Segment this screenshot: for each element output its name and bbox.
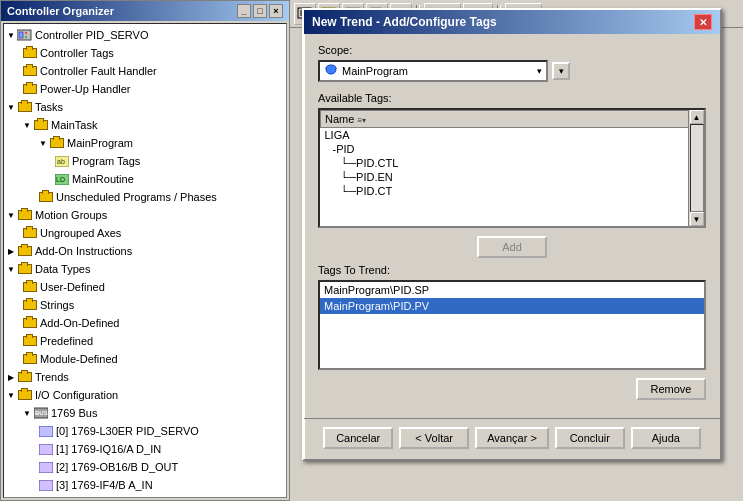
tree-controller[interactable]: ▼ Controller PID_SERVO (6, 26, 284, 44)
tree-tasks[interactable]: ▼ Tasks (6, 98, 284, 116)
tree-controller-tags[interactable]: Controller Tags (6, 44, 284, 62)
left-panel: Controller Organizer _ □ × ▼ Controller … (0, 0, 290, 501)
l30er-label: [0] 1769-L30ER PID_SERVO (56, 425, 199, 437)
expand-io[interactable]: ▼ (6, 390, 16, 400)
svg-rect-3 (25, 36, 27, 38)
scope-dropdown-btn[interactable]: ▾ (552, 62, 570, 80)
tag-row-pid-ctl[interactable]: └─PID.CTL (321, 156, 704, 170)
cancel-button[interactable]: Cancelar (323, 427, 393, 449)
tree-1769-ob16[interactable]: [2] 1769-OB16/B D_OUT (6, 458, 284, 476)
folder-icon (33, 117, 49, 133)
folder-icon (22, 351, 38, 367)
folder-icon (22, 63, 38, 79)
close-panel-btn[interactable]: × (269, 4, 283, 18)
trend-item-sp[interactable]: MainProgram\PID.SP (320, 282, 704, 298)
tree-main-task[interactable]: ▼ MainTask (6, 116, 284, 134)
pin-btn[interactable]: □ (253, 4, 267, 18)
trend-item-pv[interactable]: MainProgram\PID.PV (320, 298, 704, 314)
tree-controller-fault[interactable]: Controller Fault Handler (6, 62, 284, 80)
folder-icon (38, 189, 54, 205)
add-button[interactable]: Add (477, 236, 547, 258)
folder-icon (22, 297, 38, 313)
tree-main-routine[interactable]: LD MainRoutine (6, 170, 284, 188)
scope-select[interactable]: MainProgram ▾ (318, 60, 548, 82)
folder-icon (17, 261, 33, 277)
tag-pid-ct: └─PID.CT (321, 184, 704, 198)
tree-user-defined[interactable]: User-Defined (6, 278, 284, 296)
tag-row-liga[interactable]: LIGA (321, 128, 704, 143)
expand-motion[interactable]: ▼ (6, 210, 16, 220)
titlebar-buttons: _ □ × (237, 4, 283, 18)
finish-button[interactable]: Concluir (555, 427, 625, 449)
bus-icon: BUS (33, 405, 49, 421)
io-icon (38, 477, 54, 493)
dialog-body: Scope: MainProgram ▾ ▾ (304, 34, 720, 418)
scope-value: MainProgram (342, 65, 408, 77)
predefined-label: Predefined (40, 335, 93, 347)
scope-dropdown-arrow: ▾ (537, 66, 542, 76)
tree-addon-instr[interactable]: ▶ Add-On Instructions (6, 242, 284, 260)
scroll-down-arrow[interactable]: ▼ (690, 212, 704, 226)
folder-icon (17, 99, 33, 115)
expand-controller[interactable]: ▼ (6, 30, 16, 40)
tag-row-pid-ct[interactable]: └─PID.CT (321, 184, 704, 198)
tree-1769-l30er[interactable]: [0] 1769-L30ER PID_SERVO (6, 422, 284, 440)
help-button[interactable]: Ajuda (631, 427, 701, 449)
next-button[interactable]: Avançar > (475, 427, 549, 449)
back-button[interactable]: < Voltar (399, 427, 469, 449)
tree-ungrouped-axes[interactable]: Ungrouped Axes (6, 224, 284, 242)
tree-data-types[interactable]: ▼ Data Types (6, 260, 284, 278)
tree-main-program[interactable]: ▼ MainProgram (6, 134, 284, 152)
of4-label: [4] 1769-OF4/A A_OUT (56, 497, 170, 498)
expand-bus[interactable]: ▼ (22, 408, 32, 418)
svg-rect-10 (39, 426, 53, 437)
expand-addon[interactable]: ▶ (6, 246, 16, 256)
expand-main-task[interactable]: ▼ (22, 120, 32, 130)
tree-trends[interactable]: ▶ Trends (6, 368, 284, 386)
tag-row-pid-en[interactable]: └─PID.EN (321, 170, 704, 184)
scroll-up-arrow[interactable]: ▲ (690, 110, 704, 124)
dialog-footer: Cancelar < Voltar Avançar > Concluir Aju… (304, 418, 720, 459)
tree-io-config[interactable]: ▼ I/O Configuration (6, 386, 284, 404)
scroll-track (690, 124, 704, 212)
folder-icon (17, 207, 33, 223)
expand-main-program[interactable]: ▼ (38, 138, 48, 148)
available-tags-label: Available Tags: (318, 92, 706, 104)
tag-row-pid[interactable]: -PID (321, 142, 704, 156)
tree-power-up[interactable]: Power-Up Handler (6, 80, 284, 98)
tags-to-trend-label: Tags To Trend: (318, 264, 706, 276)
scope-section: Scope: MainProgram ▾ ▾ (318, 44, 706, 82)
dialog-title: New Trend - Add/Configure Tags (312, 15, 497, 29)
remove-button[interactable]: Remove (636, 378, 706, 400)
tree-predefined[interactable]: Predefined (6, 332, 284, 350)
svg-rect-13 (39, 480, 53, 491)
main-program-label: MainProgram (67, 137, 133, 149)
tree-strings[interactable]: Strings (6, 296, 284, 314)
tree-addon-defined[interactable]: Add-On-Defined (6, 314, 284, 332)
expand-tasks[interactable]: ▼ (6, 102, 16, 112)
minimize-btn[interactable]: _ (237, 4, 251, 18)
tree-module-defined[interactable]: Module-Defined (6, 350, 284, 368)
trend-listbox[interactable]: MainProgram\PID.SP MainProgram\PID.PV (318, 280, 706, 370)
tree-motion-groups[interactable]: ▼ Motion Groups (6, 206, 284, 224)
tree-program-tags[interactable]: ab Program Tags (6, 152, 284, 170)
dialog: New Trend - Add/Configure Tags ✕ Scope: (302, 8, 722, 461)
svg-rect-11 (39, 444, 53, 455)
tree-unscheduled[interactable]: Unscheduled Programs / Phases (6, 188, 284, 206)
tags-scrollbar[interactable]: ▲ ▼ (688, 110, 704, 226)
tags-listbox[interactable]: Name ≡▾ LIGA (318, 108, 706, 228)
tree-1769-bus[interactable]: ▼ BUS 1769 Bus (6, 404, 284, 422)
expand-trends[interactable]: ▶ (6, 372, 16, 382)
ungrouped-axes-label: Ungrouped Axes (40, 227, 121, 239)
tags-table: Name ≡▾ LIGA (320, 110, 704, 198)
dialog-close-button[interactable]: ✕ (694, 14, 712, 30)
tree-1769-if4[interactable]: [3] 1769-IF4/B A_IN (6, 476, 284, 494)
tree-1769-iq16[interactable]: [1] 1769-IQ16/A D_IN (6, 440, 284, 458)
tree-1769-of4[interactable]: [4] 1769-OF4/A A_OUT (6, 494, 284, 498)
folder-icon (49, 135, 65, 151)
io-config-label: I/O Configuration (35, 389, 118, 401)
scope-db-icon (324, 64, 338, 78)
close-icon: ✕ (699, 17, 707, 28)
expand-datatypes[interactable]: ▼ (6, 264, 16, 274)
folder-icon (17, 369, 33, 385)
